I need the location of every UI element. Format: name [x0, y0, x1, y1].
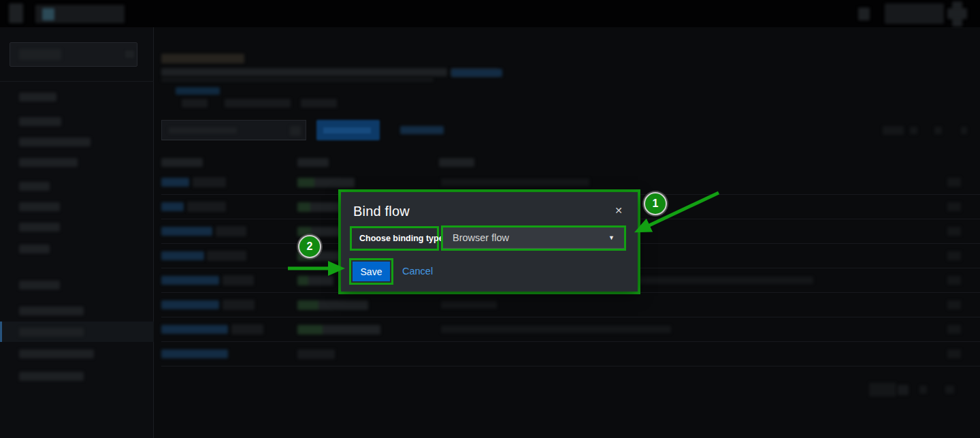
used-by-badge-redacted — [297, 202, 341, 212]
used-by-badge-redacted — [297, 178, 355, 187]
modal-title: Bind flow — [353, 204, 410, 219]
page-description-line2-redacted — [161, 78, 434, 82]
kebab-menu-icon[interactable] — [961, 127, 967, 134]
annotation-box-dropdown: Browser flow ▼ — [441, 225, 626, 251]
sidebar-item-redacted-10[interactable] — [19, 349, 94, 358]
column-header-redacted-3[interactable] — [439, 158, 474, 167]
sidebar-item-selected-label-redacted — [19, 328, 84, 337]
sidebar-item-redacted-1[interactable] — [19, 93, 56, 101]
tab-redacted-3[interactable] — [301, 99, 337, 108]
row-action-icon[interactable] — [947, 276, 961, 285]
tab-redacted-1[interactable] — [182, 99, 208, 108]
flow-badge-redacted — [223, 300, 255, 310]
flow-link-redacted[interactable] — [161, 276, 219, 285]
annotation-box-save: Save — [349, 258, 393, 285]
flow-link-redacted[interactable] — [161, 202, 184, 211]
bottom-pagination-next-icon[interactable] — [919, 386, 927, 394]
step-1-number: 1 — [653, 198, 659, 210]
sidebar-item-redacted-2[interactable] — [19, 117, 61, 126]
selected-indicator — [0, 322, 2, 342]
annotation-box-field-label: Choose binding type — [350, 226, 439, 251]
close-icon[interactable]: ✕ — [615, 206, 623, 215]
row-action-icon[interactable] — [947, 300, 961, 309]
bottom-pagination-last-icon[interactable] — [945, 386, 954, 394]
table-row — [161, 342, 980, 366]
search-placeholder-redacted — [169, 127, 237, 134]
row-action-icon[interactable] — [947, 178, 961, 187]
binding-type-select[interactable]: Browser flow ▼ — [443, 228, 624, 249]
realm-caret-icon — [125, 50, 134, 58]
flow-badge-redacted — [216, 226, 246, 236]
row-action-icon[interactable] — [947, 251, 961, 260]
flow-link-redacted[interactable] — [161, 300, 219, 309]
active-tab-redacted[interactable] — [176, 87, 220, 95]
description-redacted — [441, 326, 671, 333]
row-action-icon[interactable] — [947, 227, 961, 236]
flow-link-redacted[interactable] — [161, 178, 189, 187]
flow-link-redacted[interactable] — [161, 227, 212, 236]
table-row — [161, 317, 980, 342]
learn-more-link-redacted[interactable] — [451, 69, 502, 77]
user-menu-redacted[interactable] — [885, 3, 944, 24]
sidebar-item-redacted-8[interactable] — [19, 245, 50, 253]
hamburger-menu-icon[interactable] — [9, 3, 23, 23]
used-by-text-redacted — [297, 349, 335, 359]
column-header-redacted-2[interactable] — [297, 158, 329, 167]
binding-type-label: Choose binding type — [359, 234, 444, 243]
used-by-badge-redacted — [297, 227, 344, 236]
step-2-badge: 2 — [298, 235, 321, 258]
sidebar-item-redacted-4[interactable] — [19, 158, 78, 167]
table-header-row — [161, 157, 978, 170]
sidebar-item-selected[interactable] — [0, 322, 154, 342]
sidebar-item-redacted-9[interactable] — [19, 307, 84, 315]
flow-badge-redacted — [223, 275, 254, 285]
description-redacted — [441, 178, 589, 186]
flow-link-redacted[interactable] — [161, 349, 228, 358]
cancel-link[interactable]: Cancel — [402, 266, 433, 277]
table-row — [161, 293, 980, 317]
secondary-link-redacted[interactable] — [400, 126, 444, 134]
row-action-icon[interactable] — [947, 349, 961, 358]
realm-name-redacted — [19, 49, 61, 60]
sidebar-item-redacted-5[interactable] — [19, 182, 50, 191]
help-icon-redacted[interactable] — [858, 7, 870, 20]
avatar-icon-redacted-2[interactable] — [947, 8, 967, 19]
sidebar-item-redacted-11[interactable] — [19, 372, 84, 381]
button-label-redacted — [323, 127, 371, 134]
pagination-next-icon[interactable] — [934, 127, 942, 134]
row-action-icon[interactable] — [947, 202, 961, 211]
save-button[interactable]: Save — [353, 262, 390, 281]
row-action-icon[interactable] — [947, 325, 961, 334]
chevron-down-icon: ▼ — [608, 228, 615, 249]
pagination-prev-icon[interactable] — [910, 127, 917, 134]
flow-badge-redacted — [187, 202, 226, 212]
sidebar-nav — [0, 27, 154, 438]
search-icon[interactable] — [290, 126, 301, 136]
column-header-redacted-1[interactable] — [161, 158, 203, 167]
flow-badge-redacted — [193, 177, 226, 187]
step-2-number: 2 — [307, 240, 313, 253]
bottom-pagination-prev-icon[interactable] — [898, 385, 909, 395]
page-title-redacted — [161, 54, 244, 63]
flow-link-redacted[interactable] — [161, 325, 228, 334]
app-window: Bind flow ✕ Choose binding type Browser … — [0, 0, 980, 438]
flow-link-redacted[interactable] — [161, 251, 204, 260]
sidebar-item-redacted-3[interactable] — [19, 138, 91, 146]
sidebar-section-redacted — [19, 281, 60, 290]
description-redacted — [441, 301, 497, 309]
primary-action-button-redacted[interactable] — [316, 120, 380, 140]
tab-redacted-2[interactable] — [225, 99, 291, 108]
used-by-badge-redacted — [297, 325, 380, 334]
top-navbar — [0, 0, 980, 27]
flow-badge-redacted — [231, 324, 263, 334]
used-by-badge-redacted — [297, 276, 333, 285]
search-input-redacted[interactable] — [161, 120, 306, 140]
binding-type-selected-value: Browser flow — [453, 232, 509, 243]
bottom-pagination-count-redacted — [869, 383, 896, 396]
sidebar-divider — [0, 81, 154, 82]
sidebar-item-redacted-6[interactable] — [19, 202, 60, 211]
realm-selector-redacted[interactable] — [10, 42, 137, 67]
sidebar-item-redacted-7[interactable] — [19, 223, 60, 232]
pagination-count-redacted — [883, 126, 904, 135]
used-by-badge-redacted — [297, 300, 368, 310]
